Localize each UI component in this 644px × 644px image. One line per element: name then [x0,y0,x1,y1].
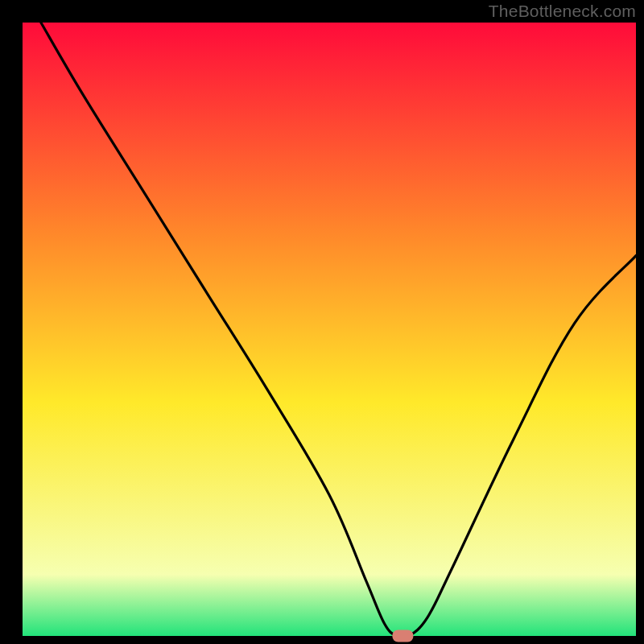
plot-background [23,23,636,636]
optimal-marker [392,630,413,642]
bottleneck-chart [0,0,644,644]
watermark-label: TheBottleneck.com [489,2,636,21]
chart-frame: TheBottleneck.com [0,0,644,644]
